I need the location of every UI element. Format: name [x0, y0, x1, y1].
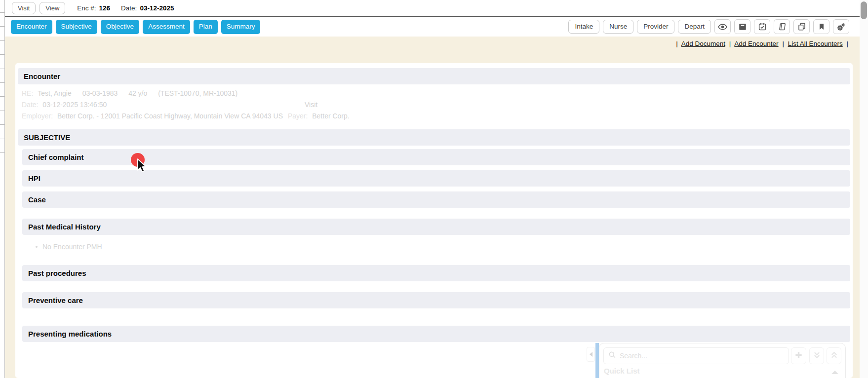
link-separator: | [676, 40, 678, 47]
enc-date-value: 03-12-2025 [140, 4, 174, 12]
link-separator: | [782, 40, 784, 47]
enc-number-label: Enc #: [77, 4, 96, 12]
quick-list-collapse-button[interactable] [587, 347, 595, 362]
add-encounter-link[interactable]: Add Encounter [734, 40, 778, 47]
scrollbar-thumb[interactable] [861, 1, 867, 19]
add-document-link[interactable]: Add Document [681, 40, 725, 47]
encounter-section-title: Encounter [24, 72, 60, 80]
past-procedures-label: Past procedures [28, 269, 86, 277]
chevrons-down-icon [813, 351, 821, 361]
enc-date-label: Date: [121, 4, 137, 12]
bullet-icon [36, 246, 38, 248]
soap-nav-group: Encounter Subjective Objective Assessmen… [11, 20, 260, 34]
nav-button-subjective[interactable]: Subjective [56, 20, 97, 34]
caret-up-icon[interactable] [831, 371, 838, 374]
patient-identifiers: (TEST-10070, MR-10031) [158, 89, 237, 97]
archive-button[interactable] [734, 19, 750, 34]
visit-type-value: Visit [305, 101, 317, 109]
quick-list-add-button[interactable] [791, 347, 806, 364]
pmh-empty-note: No Encounter PMH [36, 243, 102, 251]
quick-list-search[interactable] [603, 347, 789, 364]
settings-button[interactable] [833, 19, 849, 34]
left-frame-row-lines [0, 12, 4, 153]
chevrons-up-icon [830, 351, 838, 361]
presenting-medications-label: Presenting medications [28, 330, 112, 338]
mouse-cursor-icon [137, 158, 148, 175]
encounter-header-bar: Visit View Enc #: 126 Date: 03-12-2025 [5, 0, 860, 17]
calendar-check-button[interactable] [754, 19, 770, 34]
encounter-note-card: Encounter RE: Test, Angie 03-03-1983 42 … [15, 63, 853, 378]
book-button[interactable] [774, 19, 790, 34]
quick-list-accent-bar [595, 343, 599, 378]
subjective-section-title: SUBJECTIVE [24, 133, 70, 142]
patient-dob: 03-03-1983 [82, 89, 118, 97]
patient-age: 42 y/o [128, 89, 147, 97]
case-label: Case [28, 195, 46, 204]
eye-button[interactable] [714, 19, 731, 34]
link-separator: | [729, 40, 731, 47]
nav-button-encounter[interactable]: Encounter [11, 20, 52, 34]
patient-summary-line: RE: Test, Angie 03-03-1983 42 y/o (TEST-… [22, 89, 237, 97]
page-scrollbar[interactable] [860, 0, 868, 378]
bookmark-button[interactable] [813, 19, 829, 34]
nav-button-assessment[interactable]: Assessment [143, 20, 190, 34]
past-procedures-bar[interactable]: Past procedures [22, 265, 850, 281]
toolbar-right-group: Intake Nurse Provider Depart [568, 19, 849, 34]
encounter-work-area: | Add Document | Add Encounter | List Al… [5, 37, 860, 378]
subjective-section-header[interactable]: SUBJECTIVE [18, 129, 850, 146]
search-input[interactable] [620, 352, 783, 360]
left-frame-strip [0, 0, 4, 378]
visit-tab-button[interactable]: Visit [12, 2, 36, 15]
link-separator: | [846, 40, 848, 47]
date-label: Date: [22, 101, 38, 109]
encounter-section-header[interactable]: Encounter [18, 68, 850, 84]
preventive-care-label: Preventive care [28, 296, 83, 304]
nav-button-objective[interactable]: Objective [101, 20, 139, 34]
quick-list-expand-all-button[interactable] [809, 347, 824, 364]
employer-label: Employer: [22, 112, 53, 120]
employer-payer-line: Employer: Better Corp. - 12001 Pacific C… [22, 112, 350, 120]
calendar-check-icon [758, 22, 767, 31]
patient-name: Test, Angie [38, 89, 72, 97]
encounter-toolbar: Encounter Subjective Objective Assessmen… [5, 17, 860, 37]
chevron-left-icon [590, 352, 592, 357]
past-medical-history-label: Past Medical History [28, 223, 101, 231]
enc-number-value: 126 [99, 4, 111, 12]
eye-icon [718, 22, 727, 32]
provider-button[interactable]: Provider [637, 20, 674, 34]
payer-label: Payer: [288, 112, 308, 120]
re-label: RE: [22, 89, 33, 97]
case-bar[interactable]: Case [22, 191, 850, 208]
encounter-page: Visit View Enc #: 126 Date: 03-12-2025 E… [0, 0, 868, 378]
nav-button-plan[interactable]: Plan [194, 20, 218, 34]
intake-button[interactable]: Intake [568, 20, 599, 34]
plus-icon [794, 351, 803, 361]
chief-complaint-label: Chief complaint [28, 153, 84, 161]
copy-pages-button[interactable] [793, 19, 810, 34]
nurse-button[interactable]: Nurse [603, 20, 633, 34]
hpi-label: HPI [28, 174, 40, 183]
archive-icon [738, 22, 747, 31]
preventive-care-bar[interactable]: Preventive care [22, 292, 850, 308]
presenting-medications-bar[interactable]: Presenting medications [22, 326, 850, 342]
book-icon [778, 22, 787, 31]
encounter-links: | Add Document | Add Encounter | List Al… [674, 40, 850, 47]
nav-button-summary[interactable]: Summary [221, 20, 261, 34]
past-medical-history-bar[interactable]: Past Medical History [22, 219, 850, 235]
encounter-datetime: 03-12-2025 13:46:50 [42, 101, 107, 109]
depart-button[interactable]: Depart [678, 20, 711, 34]
list-all-encounters-link[interactable]: List All Encounters [788, 40, 843, 47]
search-icon [608, 351, 616, 361]
quick-list-panel: Quick List [599, 343, 846, 378]
settings-gears-icon [836, 22, 846, 32]
quick-list-collapse-all-button[interactable] [827, 347, 841, 364]
view-tab-button[interactable]: View [39, 2, 65, 15]
copy-pages-icon [797, 22, 806, 31]
employer-value: Better Corp. - 12001 Pacific Coast Highw… [57, 112, 283, 120]
encounter-date-line: Date: 03-12-2025 13:46:50 [22, 101, 107, 109]
bookmark-icon [818, 22, 826, 31]
payer-value: Better Corp. [312, 112, 349, 120]
quick-list-title: Quick List [604, 367, 640, 375]
